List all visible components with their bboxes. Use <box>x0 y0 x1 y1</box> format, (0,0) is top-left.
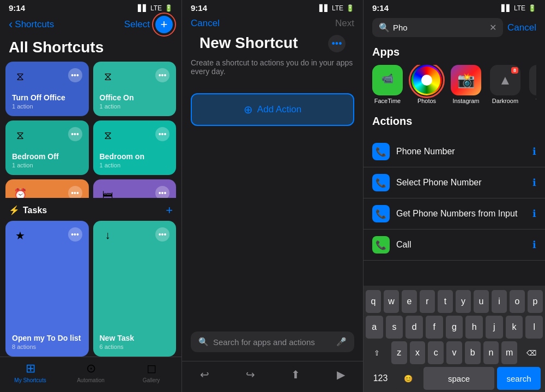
tab-gallery[interactable]: ◻ Gallery <box>121 361 181 383</box>
cancel-button[interactable]: Cancel <box>191 18 220 29</box>
key-i[interactable]: i <box>492 290 507 313</box>
search-input-container[interactable]: 🔍 Pho ✕ <box>372 18 503 37</box>
key-b[interactable]: b <box>465 341 481 364</box>
key-j[interactable]: j <box>486 316 503 339</box>
key-p[interactable]: p <box>528 290 543 313</box>
key-w[interactable]: w <box>384 290 399 313</box>
search-input[interactable]: Pho <box>393 23 486 32</box>
key-g[interactable]: g <box>446 316 463 339</box>
number-key[interactable]: 123 <box>368 367 393 390</box>
action-label: Phone Number <box>396 147 526 156</box>
key-n[interactable]: n <box>483 341 499 364</box>
add-action-button[interactable]: ⊕ Add Action <box>191 93 354 126</box>
task-card[interactable]: ★ ••• Open my To Do list 8 actions <box>5 221 89 357</box>
signal-icon: ▋▋ <box>319 4 329 12</box>
key-v[interactable]: v <box>446 341 462 364</box>
card-more-button[interactable]: ••• <box>155 127 169 141</box>
add-task-button[interactable]: + <box>166 203 173 218</box>
card-more-button[interactable]: ••• <box>155 68 169 82</box>
key-h[interactable]: h <box>465 316 483 339</box>
key-t[interactable]: t <box>438 290 453 313</box>
gallery-icon: ◻ <box>147 361 156 376</box>
key-y[interactable]: y <box>456 290 471 313</box>
apps-row: 📹 FaceTime Photos 📸 Instagram <box>372 65 536 104</box>
space-key[interactable]: space <box>423 367 494 390</box>
action-row-call[interactable]: 📞 Call ℹ <box>364 230 545 261</box>
key-c[interactable]: c <box>428 341 444 364</box>
status-time-1: 9:14 <box>9 3 25 13</box>
key-z[interactable]: z <box>391 341 407 364</box>
actions-section: Actions 📞 Phone Number ℹ 📞 Select Phone … <box>364 108 545 265</box>
keyboard-row-1: q w e r t y u i o p <box>366 290 543 313</box>
key-o[interactable]: o <box>510 290 525 313</box>
card-more-button[interactable]: ••• <box>155 227 169 242</box>
shortcut-card[interactable]: ⧖ ••• Bedroom on 1 action <box>93 120 177 175</box>
key-l[interactable]: l <box>525 316 543 339</box>
toolbar: ↩ ↪ ⬆ ▶ <box>182 361 363 392</box>
app-item-instagram[interactable]: 📸 Instagram <box>451 65 481 104</box>
facetime-icon: 📹 <box>372 65 403 95</box>
shortcut-card[interactable]: ⧖ ••• Bedroom Off 1 action <box>5 120 89 175</box>
card-more-button[interactable]: ••• <box>68 186 82 198</box>
info-icon[interactable]: ℹ <box>532 177 536 189</box>
key-a[interactable]: a <box>366 316 383 339</box>
key-u[interactable]: u <box>474 290 489 313</box>
key-f[interactable]: f <box>426 316 443 339</box>
action-row-select-phone[interactable]: 📞 Select Phone Number ℹ <box>364 167 545 198</box>
battery-icon: 🔋 <box>528 4 536 12</box>
status-bar-1: 9:14 ▋▋ LTE 🔋 <box>0 0 181 14</box>
search-key[interactable]: search <box>497 367 541 390</box>
keyboard-row-2: a s d f g h j k l <box>366 316 543 339</box>
action-row-phone-number[interactable]: 📞 Phone Number ℹ <box>364 136 545 167</box>
card-more-button[interactable]: ••• <box>68 68 82 82</box>
app-item-darkroom[interactable]: ▲ 8 Darkroom <box>490 65 520 104</box>
info-icon[interactable]: ℹ <box>532 208 536 220</box>
backspace-key[interactable]: ⌫ <box>520 341 543 364</box>
select-button[interactable]: Select <box>124 19 150 30</box>
card-more-button[interactable]: ••• <box>68 127 82 141</box>
info-icon[interactable]: ℹ <box>532 239 536 251</box>
app-item-facetime[interactable]: 📹 FaceTime <box>372 65 403 104</box>
next-button[interactable]: Next <box>335 18 354 29</box>
watch-icon <box>529 65 536 95</box>
phone-icon: 📞 <box>372 143 390 160</box>
key-m[interactable]: m <box>501 341 517 364</box>
shortcut-options-button[interactable]: ••• <box>328 35 346 52</box>
action-label: Get Phone Numbers from Input <box>396 209 526 219</box>
tab-my-shortcuts[interactable]: ⊞ My Shortcuts <box>0 361 60 383</box>
key-k[interactable]: k <box>506 316 523 339</box>
search-bar[interactable]: 🔍 Search for apps and actions 🎤 <box>191 331 354 352</box>
shortcut-card[interactable]: ⧖ ••• Turn Off Office 1 action <box>5 62 89 116</box>
search-cancel-button[interactable]: Cancel <box>507 22 536 33</box>
tab-automation[interactable]: ⊙ Automation <box>60 361 121 383</box>
card-header: ⏰ ••• <box>12 186 82 198</box>
shortcut-card[interactable]: ⏰ ••• Night Night 5 actions <box>5 179 89 198</box>
key-d[interactable]: d <box>405 316 423 339</box>
key-x[interactable]: x <box>410 341 426 364</box>
page-title: All Shortcuts <box>0 38 181 62</box>
key-q[interactable]: q <box>366 290 381 313</box>
shortcut-card[interactable]: 🛏 ••• Sleep 5 actions <box>93 179 177 198</box>
title-row: New Shortcut ••• <box>182 33 363 58</box>
back-toolbar-icon[interactable]: ↩ <box>200 368 209 381</box>
shift-key[interactable]: ⇧ <box>366 341 389 364</box>
play-toolbar-icon[interactable]: ▶ <box>337 368 345 381</box>
add-shortcut-button[interactable]: + <box>155 16 173 33</box>
back-button[interactable]: Shortcuts <box>9 17 54 32</box>
card-more-button[interactable]: ••• <box>68 227 82 242</box>
shortcut-card[interactable]: ⧖ ••• Office On 1 action <box>93 62 177 116</box>
emoji-key[interactable]: 😊 <box>396 367 421 390</box>
share-toolbar-icon[interactable]: ⬆ <box>291 368 300 381</box>
action-row-get-phone-numbers[interactable]: 📞 Get Phone Numbers from Input ℹ <box>364 198 545 230</box>
app-label-photos: Photos <box>417 98 436 104</box>
info-icon[interactable]: ℹ <box>532 146 536 158</box>
forward-toolbar-icon[interactable]: ↪ <box>246 368 255 381</box>
key-e[interactable]: e <box>402 290 417 313</box>
app-item-photos[interactable]: Photos <box>411 65 442 104</box>
card-more-button[interactable]: ••• <box>155 186 169 198</box>
key-r[interactable]: r <box>420 290 435 313</box>
app-item-watch[interactable]: Watch <box>529 65 536 104</box>
key-s[interactable]: s <box>386 316 403 339</box>
task-card[interactable]: ↓ ••• New Task 6 actions <box>93 221 177 357</box>
clear-search-button[interactable]: ✕ <box>489 22 496 33</box>
